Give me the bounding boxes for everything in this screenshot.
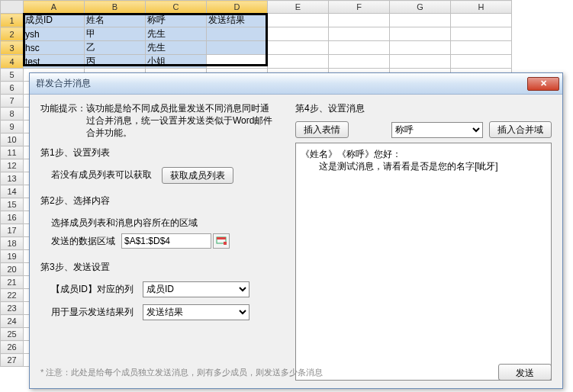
range-label: 发送的数据区域 — [51, 232, 121, 250]
step2-desc: 选择成员列表和消息内容所在的区域 — [51, 214, 285, 232]
col-header-d[interactable]: D — [207, 1, 268, 14]
id-col-select[interactable]: 成员ID — [143, 281, 249, 297]
col-header-e[interactable]: E — [268, 1, 329, 14]
row-header[interactable]: 27 — [1, 354, 24, 367]
close-button[interactable]: ✕ — [527, 77, 559, 91]
row-header[interactable]: 19 — [1, 250, 24, 263]
row-header[interactable]: 14 — [1, 185, 24, 198]
row-header[interactable]: 18 — [1, 237, 24, 250]
row-header[interactable]: 10 — [1, 133, 24, 146]
hint-text: 该功能是给不同成员批量发送不同消息同时通过合并消息，统一设置并发送类似于Word… — [86, 102, 275, 139]
row-header[interactable]: 17 — [1, 224, 24, 237]
row-header[interactable]: 11 — [1, 146, 24, 159]
cell[interactable] — [329, 14, 390, 27]
row-header[interactable]: 25 — [1, 328, 24, 341]
row-header[interactable]: 8 — [1, 108, 24, 120]
row-header[interactable]: 23 — [1, 302, 24, 315]
cell[interactable]: test — [24, 55, 85, 69]
cell[interactable] — [451, 14, 512, 27]
cell[interactable]: 小姐 — [146, 55, 207, 69]
col-header-g[interactable]: G — [390, 1, 451, 14]
row-header[interactable]: 22 — [1, 289, 24, 302]
merge-send-dialog: 群发合并消息 ✕ 功能提示：该功能是给不同成员批量发送不同消息同时通过合并消息，… — [29, 72, 563, 389]
cell[interactable]: 发送结果 — [207, 14, 268, 27]
step3-header: 第3步、发送设置 — [40, 261, 285, 274]
row-header[interactable]: 16 — [1, 211, 24, 224]
cell[interactable]: 姓名 — [85, 14, 146, 27]
cell[interactable] — [329, 27, 390, 41]
insert-emotion-button[interactable]: 插入表情 — [295, 121, 349, 138]
id-col-label: 【成员ID】对应的列 — [51, 280, 143, 298]
range-picker-icon — [216, 236, 227, 246]
row-header[interactable]: 2 — [1, 27, 24, 41]
merge-field-select[interactable]: 称呼 — [391, 122, 483, 138]
range-picker-button[interactable] — [213, 233, 230, 249]
row-header[interactable]: 7 — [1, 95, 24, 108]
row-header[interactable]: 12 — [1, 159, 24, 172]
svg-rect-2 — [224, 242, 227, 245]
cell[interactable]: 丙 — [85, 55, 146, 69]
cell[interactable] — [268, 55, 329, 69]
get-member-list-button[interactable]: 获取成员列表 — [162, 167, 233, 184]
col-header-f[interactable]: F — [329, 1, 390, 14]
cell[interactable] — [390, 41, 451, 55]
dialog-titlebar[interactable]: 群发合并消息 ✕ — [30, 73, 562, 95]
row-header[interactable]: 3 — [1, 41, 24, 55]
col-header-b[interactable]: B — [85, 1, 146, 14]
cell[interactable] — [451, 55, 512, 69]
col-header-a[interactable]: A — [24, 1, 85, 14]
cell[interactable]: 乙 — [85, 41, 146, 55]
cell[interactable]: 称呼 — [146, 14, 207, 27]
cell[interactable] — [268, 14, 329, 27]
row-header[interactable]: 9 — [1, 120, 24, 133]
row-header[interactable]: 15 — [1, 198, 24, 211]
result-col-label: 用于显示发送结果列 — [51, 303, 143, 321]
row-header[interactable]: 5 — [1, 69, 24, 82]
svg-rect-1 — [217, 237, 226, 239]
insert-merge-field-button[interactable]: 插入合并域 — [489, 121, 552, 138]
row-header[interactable]: 24 — [1, 315, 24, 328]
col-header-c[interactable]: C — [146, 1, 207, 14]
cell[interactable]: 成员ID — [24, 14, 85, 27]
step1-text: 若没有成员列表可以获取 — [51, 165, 152, 184]
cell[interactable] — [451, 41, 512, 55]
step4-header: 第4步、设置消息 — [295, 102, 552, 115]
range-input[interactable] — [121, 233, 211, 249]
cell[interactable]: 先生 — [146, 41, 207, 55]
message-line2: 这是测试消息，请看看是否是您的名字[呲牙] — [301, 160, 546, 172]
row-header[interactable]: 21 — [1, 276, 24, 289]
row-header[interactable]: 26 — [1, 341, 24, 354]
row-header[interactable]: 13 — [1, 172, 24, 185]
row-header[interactable]: 1 — [1, 14, 24, 27]
row-header[interactable]: 4 — [1, 55, 24, 69]
select-all-corner[interactable] — [1, 1, 24, 14]
hint-label: 功能提示： — [40, 102, 86, 114]
cell[interactable] — [207, 55, 268, 69]
cell[interactable] — [268, 41, 329, 55]
row-header[interactable]: 20 — [1, 263, 24, 276]
cell[interactable] — [451, 27, 512, 41]
cell[interactable] — [390, 27, 451, 41]
col-header-h[interactable]: H — [451, 1, 512, 14]
cell[interactable] — [329, 41, 390, 55]
cell[interactable]: 先生 — [146, 27, 207, 41]
dialog-title: 群发合并消息 — [36, 77, 527, 90]
message-line1: 《姓名》《称呼》您好： — [301, 148, 546, 160]
row-header[interactable]: 6 — [1, 82, 24, 95]
step2-header: 第2步、选择内容 — [40, 194, 285, 207]
cell[interactable] — [268, 27, 329, 41]
cell[interactable] — [390, 55, 451, 69]
cell[interactable]: hsc — [24, 41, 85, 55]
cell[interactable]: 甲 — [85, 27, 146, 41]
function-hint: 功能提示：该功能是给不同成员批量发送不同消息同时通过合并消息，统一设置并发送类似… — [40, 102, 285, 139]
cell[interactable] — [329, 55, 390, 69]
cell[interactable] — [207, 41, 268, 55]
send-button[interactable]: 发送 — [498, 364, 552, 381]
message-textarea[interactable]: 《姓名》《称呼》您好： 这是测试消息，请看看是否是您的名字[呲牙] — [295, 143, 552, 381]
cell[interactable] — [207, 27, 268, 41]
step1-header: 第1步、设置列表 — [40, 146, 285, 159]
cell[interactable] — [390, 14, 451, 27]
cell[interactable]: ysh — [24, 27, 85, 41]
result-col-select[interactable]: 发送结果 — [143, 304, 249, 320]
close-icon: ✕ — [540, 79, 547, 88]
